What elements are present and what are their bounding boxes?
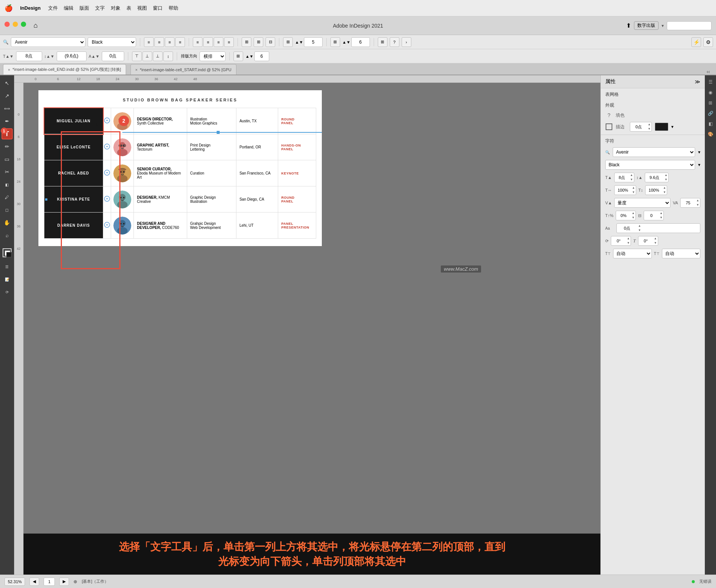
page-nav-icon[interactable]: ⊕ xyxy=(73,579,77,584)
direction-select[interactable]: 横排 xyxy=(200,51,226,61)
stroke-color-swatch[interactable] xyxy=(655,123,668,131)
tool-notes[interactable]: 📝 xyxy=(1,274,13,285)
settings-btn[interactable]: ⚙ xyxy=(703,37,713,47)
align-justify-para[interactable]: ≡ xyxy=(224,37,234,47)
tool-type[interactable]: T 1 xyxy=(1,128,13,139)
panel-font-select[interactable]: Avenir xyxy=(613,147,695,157)
tool-pages[interactable]: ☰ xyxy=(1,261,13,272)
next-page-btn[interactable]: ▶ xyxy=(59,578,69,586)
scale-h-spinbox[interactable]: ▲▼ xyxy=(614,185,636,195)
zoom-display[interactable]: 52.31% xyxy=(4,578,25,586)
name-cell-1[interactable]: MIGUEL JULIAN xyxy=(44,108,103,134)
scale-v-up[interactable]: ▲ xyxy=(662,186,667,190)
ws-down[interactable]: ▼ xyxy=(659,216,663,220)
menu-edit[interactable]: 编辑 xyxy=(64,5,73,12)
font-weight-select[interactable]: Black xyxy=(88,37,136,47)
tool-direct-selection[interactable]: ↗ xyxy=(1,90,13,101)
valign-top[interactable]: ⊤ xyxy=(132,51,142,61)
tab-1-close[interactable]: × xyxy=(8,67,10,72)
menu-layout[interactable]: 版面 xyxy=(79,5,89,12)
tab-2[interactable]: × *insert-image-table-cell_START.indd @ … xyxy=(131,64,236,75)
align-justify-btn[interactable]: ≡ xyxy=(175,37,185,47)
auto-select-1[interactable]: 自动 xyxy=(613,249,651,258)
stroke-down-arrow[interactable]: ▼ xyxy=(647,127,651,131)
tool-gap[interactable]: ⟺ xyxy=(1,103,13,114)
leading-up[interactable]: ▲ xyxy=(664,173,668,177)
table-btn-1[interactable]: ⊞ xyxy=(283,37,293,47)
tracking-input[interactable] xyxy=(102,51,124,61)
prev-page-btn[interactable]: ◀ xyxy=(29,578,39,586)
tool-shape[interactable]: ▭ xyxy=(1,154,13,165)
lightning-btn[interactable]: ⚡ xyxy=(691,37,701,47)
fullscreen-button[interactable] xyxy=(21,22,26,27)
tool-gradient[interactable]: ◧ xyxy=(1,179,13,190)
a1-down[interactable]: ▼ xyxy=(626,241,631,245)
menu-view[interactable]: 视图 xyxy=(137,5,147,12)
collapse-tabs-icon[interactable]: ‹‹ xyxy=(707,69,710,75)
font-size-spinbox[interactable]: ▲▼ xyxy=(614,173,634,182)
align-center-para[interactable]: ≡ xyxy=(203,37,213,47)
menu-help[interactable]: 帮助 xyxy=(169,5,178,12)
name-cell-5[interactable]: DARREN DAVIS xyxy=(44,213,103,239)
tracking-input-panel[interactable] xyxy=(681,198,695,207)
menu-object[interactable]: 对象 xyxy=(111,5,120,12)
rows-input[interactable] xyxy=(304,37,323,47)
close-button[interactable] xyxy=(4,22,10,27)
merge-btn[interactable]: ⊞ xyxy=(378,37,387,47)
panel-font-dropdown[interactable]: ▾ xyxy=(698,150,700,155)
menu-table[interactable]: 表 xyxy=(126,5,131,12)
ws-up[interactable]: ▲ xyxy=(659,211,663,216)
tool-zoom[interactable]: ⌕ xyxy=(1,230,13,241)
home-icon[interactable]: ⌂ xyxy=(34,22,38,29)
a1-up[interactable]: ▲ xyxy=(626,236,631,241)
name-cell-4[interactable]: KRISTINA PETE xyxy=(44,186,103,213)
menu-window[interactable]: 窗口 xyxy=(153,5,163,12)
a2-up[interactable]: ▲ xyxy=(653,236,658,241)
tool-transform[interactable]: ◻ xyxy=(1,204,13,216)
align-right-btn[interactable]: ≡ xyxy=(165,37,175,47)
table-btn-2[interactable]: ⊞ xyxy=(330,37,340,47)
align-center-btn[interactable]: ≡ xyxy=(154,37,164,47)
align-right-para[interactable]: ≡ xyxy=(214,37,223,47)
stroke-value-input[interactable] xyxy=(630,122,647,131)
bpct-down[interactable]: ▼ xyxy=(631,216,635,220)
baseline-pct-spinbox[interactable]: ▲▼ xyxy=(616,211,636,220)
bpt-up[interactable]: ▲ xyxy=(637,224,642,228)
angle1-input[interactable] xyxy=(611,236,626,245)
valign-just[interactable]: ↕ xyxy=(163,51,173,61)
menu-file[interactable]: 文件 xyxy=(48,5,58,12)
row2-grid-btn[interactable]: ⊞ xyxy=(233,51,243,61)
tool-pencil[interactable]: ✏ xyxy=(1,141,13,152)
panel-collapse-icon[interactable]: ≫ xyxy=(695,79,700,85)
a2-down[interactable]: ▼ xyxy=(653,241,658,245)
valign-bot[interactable]: ⊥ xyxy=(153,51,163,61)
scale-v-down[interactable]: ▼ xyxy=(662,190,667,195)
tracking-up[interactable]: ▲ xyxy=(695,198,700,203)
edge-btn-1[interactable]: ☰ xyxy=(706,78,715,87)
scale-h-input[interactable] xyxy=(615,186,631,195)
name-cell-2[interactable]: ELISE LeCONTE xyxy=(44,134,103,160)
tool-pen[interactable]: ✒ xyxy=(1,116,13,127)
options-btn[interactable]: ? xyxy=(390,37,399,47)
tool-scissor[interactable]: ✂ xyxy=(1,166,13,177)
more-btn[interactable]: › xyxy=(402,37,411,47)
tool-rotate[interactable]: ⟳ xyxy=(1,286,13,298)
tracking-spinbox[interactable]: ▲▼ xyxy=(680,198,700,208)
digital-publish-button[interactable]: 数字出版 xyxy=(634,21,659,30)
angle1-spinbox[interactable]: ▲▼ xyxy=(611,236,631,246)
grid-btn-2[interactable]: ⊞ xyxy=(254,37,263,47)
valign-mid[interactable]: ⊥ xyxy=(142,51,152,61)
row2-num-input[interactable] xyxy=(254,51,269,61)
edge-btn-5[interactable]: ◧ xyxy=(706,119,715,128)
apple-icon[interactable]: 🍎 xyxy=(4,4,13,12)
menu-text[interactable]: 文字 xyxy=(95,5,105,12)
grid-btn-1[interactable]: ⊞ xyxy=(242,37,251,47)
tracking-down[interactable]: ▼ xyxy=(695,203,700,207)
leading-panel-input[interactable] xyxy=(645,173,664,182)
leading-spinbox[interactable]: ▲▼ xyxy=(645,173,669,182)
panel-weight-select[interactable]: Black xyxy=(605,160,695,170)
align-left-para[interactable]: ≡ xyxy=(193,37,202,47)
scale-v-input[interactable] xyxy=(646,186,662,195)
tab-2-close[interactable]: × xyxy=(135,67,138,72)
color-fill[interactable] xyxy=(3,248,12,257)
